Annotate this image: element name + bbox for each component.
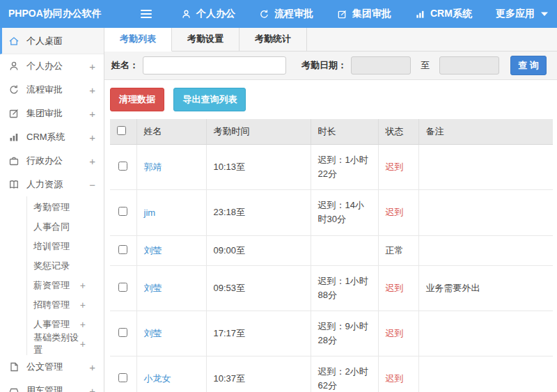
- select-all-checkbox[interactable]: [117, 126, 126, 135]
- action-buttons: 清理数据 导出查询列表: [104, 80, 557, 119]
- duration-cell: 迟到：2小时62分: [311, 356, 378, 392]
- row-checkbox[interactable]: [118, 283, 127, 292]
- expand-icon[interactable]: +: [89, 61, 95, 72]
- row-checkbox[interactable]: [118, 373, 127, 382]
- car-icon: [8, 385, 19, 392]
- expand-icon[interactable]: +: [89, 109, 95, 119]
- query-button[interactable]: 查 询: [510, 56, 547, 75]
- table-header-row: 姓名 考勤时间 时长 状态 备注: [110, 119, 553, 145]
- export-list-button[interactable]: 导出查询列表: [173, 88, 246, 111]
- submenu-item-salary[interactable]: 薪资管理 +: [0, 276, 104, 295]
- duration-cell: [311, 235, 378, 265]
- submenu-item-training[interactable]: 培训管理: [0, 237, 104, 256]
- home-icon: [8, 36, 19, 47]
- date-label: 考勤日期：: [301, 59, 347, 72]
- status-badge: 迟到: [386, 207, 404, 217]
- tab-attendance-stats[interactable]: 考勤统计: [240, 28, 307, 51]
- expand-icon[interactable]: +: [80, 300, 86, 310]
- expand-icon[interactable]: +: [80, 339, 86, 349]
- employee-name-link[interactable]: 刘莹: [144, 328, 162, 338]
- hr-submenu: 考勤管理 人事合同 培训管理 奖惩记录 薪资管理 + 招聘管理 +: [0, 196, 104, 355]
- expand-icon[interactable]: +: [80, 281, 86, 290]
- sidebar-item-vehicle-mgmt[interactable]: 用车管理 +: [0, 379, 104, 392]
- row-checkbox[interactable]: [118, 245, 127, 254]
- duration-cell: 迟到：9小时28分: [311, 311, 378, 356]
- top-navigation: 个人办公 流程审批 集团审批: [181, 8, 548, 20]
- app-window: PHPOA协同办公软件 个人办公 流程审批: [0, 0, 557, 392]
- attendance-time: 10:13至: [206, 145, 311, 190]
- row-checkbox[interactable]: [118, 328, 127, 337]
- nav-more-apps[interactable]: 更多应用: [496, 8, 548, 20]
- sidebar: 个人桌面 个人办公 + 流程审批 +: [0, 28, 104, 392]
- briefcase-icon: [8, 155, 19, 166]
- submenu-item-attendance[interactable]: 考勤管理: [0, 198, 104, 217]
- employee-name-link[interactable]: 刘莹: [144, 245, 162, 256]
- status-badge: 迟到: [386, 162, 404, 172]
- sidebar-item-desktop[interactable]: 个人桌面: [0, 28, 104, 54]
- employee-name-link[interactable]: 小龙女: [144, 373, 171, 384]
- cycle-icon: [259, 9, 269, 19]
- expand-icon[interactable]: +: [89, 386, 95, 392]
- sidebar-item-workflow-approval[interactable]: 流程审批 +: [0, 78, 104, 102]
- name-label: 姓名：: [111, 59, 139, 72]
- table-row: 刘莹 09:53至 迟到：1小时88分 迟到 业务需要外出: [110, 265, 553, 311]
- col-header-time: 考勤时间: [206, 119, 311, 145]
- sidebar-item-document-mgmt[interactable]: 公文管理 +: [0, 355, 104, 379]
- sidebar-item-personal-office[interactable]: 个人办公 +: [0, 54, 104, 78]
- duration-cell: 迟到：1小时88分: [311, 265, 378, 311]
- col-header-duration: 时长: [311, 119, 378, 145]
- date-from-input[interactable]: [351, 56, 411, 75]
- expand-icon[interactable]: +: [80, 320, 86, 329]
- edit-icon: [8, 108, 19, 119]
- note-cell: [418, 190, 553, 235]
- row-checkbox[interactable]: [118, 207, 127, 216]
- employee-name-link[interactable]: 刘莹: [144, 283, 162, 293]
- note-cell: 业务需要外出: [418, 265, 553, 311]
- search-form: 姓名： 考勤日期： 至 查 询: [104, 52, 557, 80]
- table-row: 刘莹 09:00至 正常: [110, 235, 553, 265]
- employee-name-link[interactable]: 郭靖: [144, 162, 162, 172]
- sidebar-item-group-approval[interactable]: 集团审批 +: [0, 102, 104, 125]
- status-badge: 迟到: [386, 328, 404, 338]
- hamburger-menu-icon[interactable]: [141, 10, 152, 18]
- col-header-name: 姓名: [136, 119, 206, 145]
- attendance-table: 姓名 考勤时间 时长 状态 备注 郭靖 10:13至 迟到：1小时22分 迟到: [110, 119, 553, 392]
- status-badge: 迟到: [386, 283, 404, 293]
- submenu-item-base-category[interactable]: 基础类别设置 +: [0, 334, 104, 354]
- submenu-item-recruitment[interactable]: 招聘管理 +: [0, 295, 104, 315]
- sidebar-item-crm[interactable]: CRM系统 +: [0, 125, 104, 149]
- submenu-item-rewards[interactable]: 奖惩记录: [0, 256, 104, 276]
- expand-icon[interactable]: +: [89, 132, 95, 143]
- note-cell: [418, 311, 553, 356]
- user-icon: [181, 9, 191, 19]
- main-content: 考勤列表 考勤设置 考勤统计 姓名： 考勤日期： 至 查 询 清理数据 导出查询…: [104, 28, 557, 392]
- nav-workflow-approval[interactable]: 流程审批: [259, 8, 313, 20]
- nav-personal-office[interactable]: 个人办公: [181, 8, 235, 20]
- expand-icon[interactable]: +: [89, 362, 95, 373]
- duration-cell: 迟到：14小时30分: [311, 190, 378, 235]
- expand-icon[interactable]: +: [89, 85, 95, 95]
- doc-icon: [8, 361, 19, 373]
- sidebar-item-admin-office[interactable]: 行政办公 +: [0, 149, 104, 173]
- status-badge: 正常: [386, 245, 404, 256]
- employee-name-link[interactable]: jim: [144, 207, 156, 218]
- nav-label: 更多应用: [496, 8, 535, 20]
- table-row: 小龙女 10:37至 迟到：2小时62分 迟到: [110, 356, 553, 392]
- table-row: jim 23:18至 迟到：14小时30分 迟到: [110, 190, 553, 235]
- expand-icon[interactable]: +: [89, 156, 95, 166]
- nav-crm-system[interactable]: CRM系统: [415, 8, 472, 20]
- nav-group-approval[interactable]: 集团审批: [337, 8, 391, 20]
- tab-attendance-settings[interactable]: 考勤设置: [172, 28, 240, 51]
- date-to-input[interactable]: [439, 56, 499, 75]
- sidebar-item-human-resources[interactable]: 人力资源 −: [0, 173, 104, 196]
- name-input[interactable]: [143, 56, 286, 75]
- edit-icon: [337, 9, 347, 19]
- date-to-label: 至: [421, 59, 430, 72]
- app-logo: PHPOA协同办公软件: [0, 8, 104, 20]
- clean-data-button[interactable]: 清理数据: [110, 88, 164, 111]
- submenu-item-hr-contract[interactable]: 人事合同: [0, 217, 104, 237]
- note-cell: [418, 235, 553, 265]
- row-checkbox[interactable]: [118, 162, 127, 171]
- collapse-icon[interactable]: −: [89, 180, 95, 190]
- tab-attendance-list[interactable]: 考勤列表: [104, 28, 172, 52]
